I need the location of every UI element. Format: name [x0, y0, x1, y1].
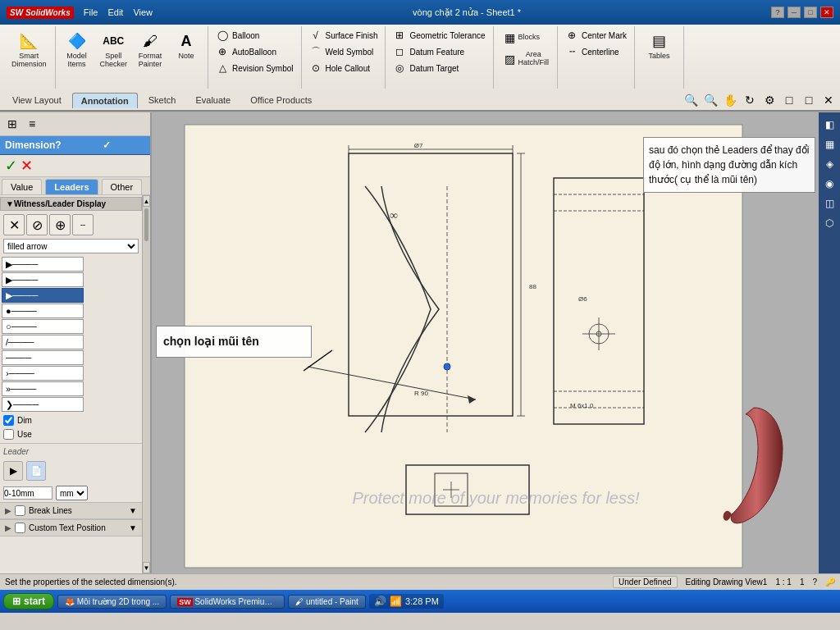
datum-feature-button[interactable]: ◻ Datum Feature	[390, 44, 487, 59]
scroll-thumb[interactable]	[144, 208, 148, 241]
size-input[interactable]	[3, 486, 52, 500]
pan-icon[interactable]: ✋	[722, 92, 738, 108]
menu-edit[interactable]: Edit	[104, 7, 126, 18]
panel-close-icon[interactable]: ✕	[820, 92, 837, 108]
tab-other[interactable]: Other	[102, 179, 143, 194]
view3d-icon[interactable]: □	[781, 92, 797, 108]
arrow-grid: ▶──── ▶──── ▶──── ●──── ○────	[0, 255, 142, 413]
weld-symbol-button[interactable]: ⌒ Weld Symbol	[307, 44, 381, 59]
hole-callout-button[interactable]: ⊙ Hole Callout	[307, 61, 381, 75]
custom-text-checkbox[interactable]	[15, 523, 25, 533]
maximize-icon[interactable]: □	[801, 92, 817, 108]
help-icon[interactable]: ?	[812, 578, 817, 587]
menu-view[interactable]: View	[130, 7, 156, 18]
bottom-icon-1[interactable]: ▶	[3, 461, 23, 481]
revision-symbol-button[interactable]: △ Revision Symbol	[213, 61, 295, 75]
restore-button[interactable]: □	[804, 7, 817, 18]
use-checkbox[interactable]	[3, 429, 14, 440]
note-button[interactable]: A Note	[170, 28, 203, 62]
dim-checkbox[interactable]	[3, 415, 14, 426]
dim-checkbox-row: Dim	[0, 413, 142, 427]
right-icon-1[interactable]: ◧	[820, 116, 838, 134]
arrow-type-3[interactable]: ▶────	[2, 288, 84, 303]
help-panel-icon[interactable]: ?	[55, 139, 98, 151]
main-area: ⊞ ≡ Dimension ? ✓ ✓ ✕ Value Leaders Othe…	[0, 112, 840, 573]
format-painter-button[interactable]: 🖌 FormatPainter	[134, 28, 167, 71]
arrow-type-10[interactable]: ❯────	[2, 397, 84, 412]
spell-checker-button[interactable]: ABC SpellChecker	[97, 28, 131, 71]
center-mark-button[interactable]: ⊕ Center Mark	[563, 28, 629, 43]
bottom-icon-2[interactable]: 📄	[26, 461, 46, 481]
spell-checker-icon: ABC	[102, 30, 125, 52]
close-button[interactable]: ✕	[820, 7, 833, 18]
panel-icon-list[interactable]: ≡	[23, 115, 41, 133]
arrow-type-7[interactable]: ────	[2, 350, 84, 365]
arrow-type-2[interactable]: ▶────	[2, 272, 84, 287]
witness-icon-2[interactable]: ⊘	[26, 214, 48, 235]
arrow-type-1[interactable]: ▶────	[2, 257, 84, 272]
cancel-check[interactable]: ✕	[21, 157, 33, 175]
smart-dimension-button[interactable]: 📐 SmartDimension	[8, 28, 50, 71]
balloon-button[interactable]: ◯ Balloon	[213, 28, 295, 43]
zoom-in-icon[interactable]: 🔍	[682, 92, 699, 108]
zoom-out-icon[interactable]: 🔍	[702, 92, 719, 108]
centerline-button[interactable]: ╌ Centerline	[563, 44, 629, 59]
minimize-button[interactable]: ─	[788, 7, 801, 18]
drawing-area[interactable]: ∞ Ø7 88	[152, 112, 840, 573]
check-icon[interactable]: ✓	[103, 139, 145, 151]
model-items-button[interactable]: 🔷 ModelItems	[61, 28, 94, 71]
arrow-type-4[interactable]: ●────	[2, 304, 84, 318]
break-lines-header[interactable]: ▶ Break Lines ▼	[0, 503, 142, 519]
confirm-check[interactable]: ✓	[5, 157, 17, 175]
tab-view-layout[interactable]: View Layout	[3, 92, 71, 108]
scroll-up[interactable]: ▲	[143, 195, 150, 207]
geometric-tolerance-button[interactable]: ⊞ Geometric Tolerance	[390, 28, 487, 43]
taskbar-item-solidworks[interactable]: SW SolidWorks Premium 2...	[170, 595, 285, 609]
tab-annotation[interactable]: Annotation	[72, 93, 138, 108]
arrow-type-select[interactable]: ▶──── ◀──── filled arrow ●──── ○────	[3, 239, 139, 253]
break-lines-expand[interactable]: ▼	[129, 506, 137, 515]
menu-file[interactable]: File	[80, 7, 102, 18]
witness-icon-4[interactable]: ╌	[72, 214, 94, 235]
area-hatch-button[interactable]: ▨ AreaHatch/Fill	[499, 49, 553, 69]
custom-text-header[interactable]: ▶ Custom Text Position ▼	[0, 520, 142, 536]
panel-icon-grid[interactable]: ⊞	[3, 115, 21, 133]
blocks-button[interactable]: ▦ Blocks	[499, 28, 544, 48]
datum-target-button[interactable]: ◎ Datum Target	[390, 61, 487, 75]
scroll-down[interactable]: ▼	[143, 562, 150, 573]
witness-icon-3[interactable]: ⊕	[49, 214, 71, 235]
right-icon-4[interactable]: ◉	[820, 175, 838, 193]
start-button[interactable]: ⊞ start	[3, 593, 54, 609]
windows-icon: ⊞	[12, 596, 21, 607]
rotate-icon[interactable]: ↻	[742, 92, 758, 108]
help-button[interactable]: ?	[771, 7, 784, 18]
svg-text:M 6x1.0: M 6x1.0	[570, 402, 594, 409]
arrow-type-6[interactable]: /────	[2, 335, 84, 349]
geometric-tolerance-icon: ⊞	[393, 29, 406, 42]
right-icon-6[interactable]: ⬡	[820, 214, 838, 232]
arrow-type-8[interactable]: ›────	[2, 366, 84, 381]
taskbar-item-paint[interactable]: 🖌 untitled - Paint	[288, 595, 366, 609]
taskbar-item-firefox[interactable]: 🦊 Môi trường 2D trong ...	[57, 595, 167, 609]
autoballoon-button[interactable]: ⊕ AutoBalloon	[213, 44, 295, 59]
tab-sketch[interactable]: Sketch	[139, 92, 185, 108]
custom-text-expand[interactable]: ▼	[129, 523, 137, 532]
editing-status: Editing Drawing View1	[686, 578, 768, 587]
settings-icon[interactable]: ⚙	[761, 92, 778, 108]
arrow-type-9[interactable]: »────	[2, 381, 84, 396]
datum-target-icon: ◎	[393, 62, 406, 75]
tables-button[interactable]: ▤ Tables	[643, 28, 676, 62]
3d-object	[717, 399, 791, 532]
size-unit-select[interactable]: mm	[56, 486, 88, 500]
tab-office-products[interactable]: Office Products	[241, 92, 321, 108]
tab-evaluate[interactable]: Evaluate	[186, 92, 240, 108]
right-icon-5[interactable]: ◫	[820, 194, 838, 212]
tab-value[interactable]: Value	[2, 179, 42, 194]
arrow-type-5[interactable]: ○────	[2, 319, 84, 334]
right-icon-3[interactable]: ◈	[820, 155, 838, 173]
tab-leaders[interactable]: Leaders	[45, 179, 98, 194]
surface-finish-button[interactable]: √ Surface Finish	[307, 28, 381, 43]
break-lines-checkbox[interactable]	[15, 505, 25, 516]
right-icon-2[interactable]: ▦	[820, 135, 838, 153]
witness-icon-1[interactable]: ✕	[3, 214, 25, 235]
